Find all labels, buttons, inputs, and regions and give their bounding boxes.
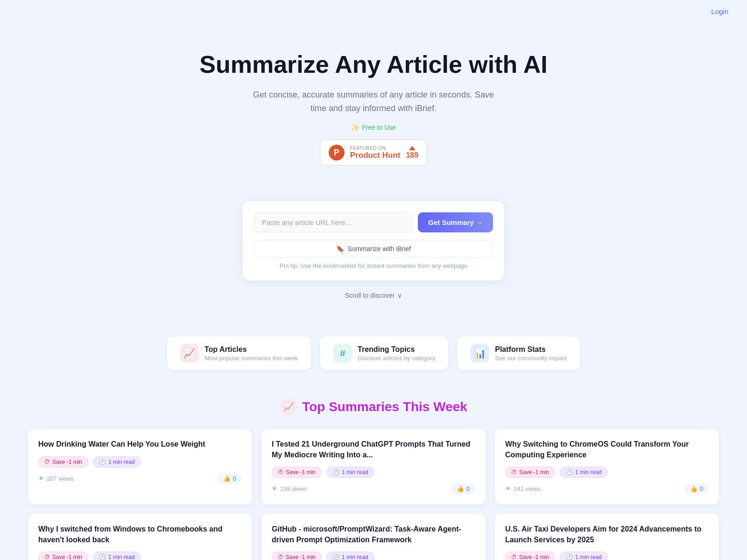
views-count: 👁 141 views bbox=[505, 485, 541, 492]
bookmark-icon: 🔖 bbox=[336, 245, 344, 252]
tab-icon-top-articles: 📈 bbox=[180, 344, 199, 363]
save-time-badge: ⏱ Save -1 min bbox=[505, 552, 555, 560]
ph-logo-icon: P bbox=[329, 145, 345, 161]
card-footer: 👁 158 views 👍 0 bbox=[272, 483, 475, 494]
search-row: Get Summary → bbox=[254, 212, 493, 232]
card-title: GitHub - microsoft/PromptWizard: Task-Aw… bbox=[272, 524, 475, 545]
navbar: Login bbox=[0, 0, 747, 23]
timer-icon: 🕐 bbox=[99, 459, 106, 465]
clock-icon: ⏱ bbox=[511, 554, 517, 560]
table-row[interactable]: How Drinking Water Can Help You Lose Wei… bbox=[28, 429, 252, 504]
like-button[interactable]: 👍 0 bbox=[684, 483, 709, 494]
search-container: Get Summary → 🔖 Summarize with iBrief Pr… bbox=[243, 201, 504, 280]
card-footer: 👁 207 views 👍 0 bbox=[38, 473, 242, 484]
like-button[interactable]: 👍 0 bbox=[218, 473, 242, 484]
hero-subtitle: Get concise, accurate summaries of any a… bbox=[252, 88, 495, 115]
nav-tab-platform-stats[interactable]: 📊 Platform Stats See our community impac… bbox=[458, 336, 580, 370]
card-title: Why Switching to ChromeOS Could Transfor… bbox=[505, 439, 709, 460]
save-time-badge: ⏱ Save -1 min bbox=[38, 552, 88, 560]
top-summaries-section: 📈 Top Summaries This Week How Drinking W… bbox=[0, 384, 747, 560]
clock-icon: ⏱ bbox=[44, 459, 50, 465]
save-time-badge: ⏱ Save -1 min bbox=[38, 456, 88, 468]
card-title: How Drinking Water Can Help You Lose Wei… bbox=[38, 439, 242, 449]
card-meta: ⏱ Save -1 min 🕐 1 min read bbox=[272, 552, 475, 560]
bookmarklet-button[interactable]: 🔖 Summarize with iBrief bbox=[254, 240, 493, 258]
product-hunt-badge[interactable]: P FEATURED ON Product Hunt 189 bbox=[320, 140, 427, 166]
tab-title-top-articles: Top Articles bbox=[204, 345, 298, 354]
trending-icon: 📈 bbox=[280, 398, 297, 416]
table-row[interactable]: Why Switching to ChromeOS Could Transfor… bbox=[495, 429, 719, 504]
table-row[interactable]: Why I switched from Windows to Chromeboo… bbox=[28, 514, 252, 560]
nav-tabs: 📈 Top Articles Most popular summaries th… bbox=[0, 332, 747, 384]
eye-icon: 👁 bbox=[38, 475, 44, 482]
ph-text: FEATURED ON Product Hunt bbox=[350, 146, 401, 160]
read-time-badge: 🕐 1 min read bbox=[93, 456, 141, 468]
save-time-badge: ⏱ Save -1 min bbox=[272, 467, 322, 478]
free-badge: ✨ Free to Use bbox=[351, 124, 396, 131]
cards-grid: How Drinking Water Can Help You Lose Wei… bbox=[28, 429, 719, 560]
table-row[interactable]: GitHub - microsoft/PromptWizard: Task-Aw… bbox=[261, 514, 486, 560]
clock-icon: ⏱ bbox=[278, 469, 283, 476]
card-meta: ⏱ Save -1 min 🕐 1 min read bbox=[38, 456, 242, 468]
get-summary-button[interactable]: Get Summary → bbox=[418, 212, 493, 232]
tab-subtitle-trending-topics: Discover articles by category bbox=[358, 355, 435, 362]
eye-icon: 👁 bbox=[505, 485, 511, 492]
timer-icon: 🕐 bbox=[332, 554, 339, 560]
clock-icon: ⏱ bbox=[511, 469, 517, 476]
nav-tab-trending-topics[interactable]: # Trending Topics Discover articles by c… bbox=[320, 336, 448, 370]
read-time-badge: 🕐 1 min read bbox=[326, 552, 374, 560]
read-time-badge: 🕐 1 min read bbox=[560, 467, 608, 478]
tab-title-trending-topics: Trending Topics bbox=[358, 345, 435, 354]
tab-icon-trending-topics: # bbox=[333, 344, 352, 363]
thumbs-up-icon: 👍 bbox=[223, 475, 231, 482]
hero-section: Summarize Any Article with AI Get concis… bbox=[0, 23, 747, 332]
thumbs-up-icon: 👍 bbox=[457, 485, 464, 492]
tab-subtitle-platform-stats: See our community impact bbox=[495, 355, 567, 362]
card-title: U.S. Air Taxi Developers Aim for 2024 Ad… bbox=[505, 524, 709, 545]
timer-icon: 🕐 bbox=[99, 554, 106, 560]
section-heading: 📈 Top Summaries This Week bbox=[28, 398, 719, 416]
card-meta: ⏱ Save -1 min 🕐 1 min read bbox=[38, 552, 242, 560]
sparkle-icon: ✨ bbox=[351, 124, 359, 131]
url-input[interactable] bbox=[254, 212, 413, 232]
like-button[interactable]: 👍 0 bbox=[451, 483, 475, 494]
views-count: 👁 158 views bbox=[272, 485, 307, 492]
clock-icon: ⏱ bbox=[44, 554, 50, 560]
thumbs-up-icon: 👍 bbox=[690, 485, 698, 492]
card-footer: 👁 141 views 👍 0 bbox=[505, 483, 709, 494]
save-time-badge: ⏱ Save -1 min bbox=[272, 552, 322, 560]
read-time-badge: 🕐 1 min read bbox=[326, 467, 374, 478]
card-meta: ⏱ Save -1 min 🕐 1 min read bbox=[505, 467, 709, 478]
tab-subtitle-top-articles: Most popular summaries this week bbox=[204, 355, 298, 362]
tab-title-platform-stats: Platform Stats bbox=[495, 345, 567, 354]
card-title: I Tested 21 Underground ChatGPT Prompts … bbox=[272, 439, 475, 460]
ph-votes: 189 bbox=[406, 146, 418, 160]
chevron-down-icon: ∨ bbox=[397, 292, 402, 299]
read-time-badge: 🕐 1 min read bbox=[560, 552, 608, 560]
timer-icon: 🕐 bbox=[566, 469, 573, 476]
views-count: 👁 207 views bbox=[38, 475, 74, 482]
card-meta: ⏱ Save -1 min 🕐 1 min read bbox=[505, 552, 709, 560]
timer-icon: 🕐 bbox=[566, 554, 573, 560]
clock-icon: ⏱ bbox=[278, 554, 283, 560]
table-row[interactable]: I Tested 21 Underground ChatGPT Prompts … bbox=[261, 429, 486, 504]
card-title: Why I switched from Windows to Chromeboo… bbox=[38, 524, 242, 545]
nav-tab-top-articles[interactable]: 📈 Top Articles Most popular summaries th… bbox=[167, 336, 311, 370]
save-time-badge: ⏱ Save -1 min bbox=[505, 467, 555, 478]
scroll-discover: Scroll to discover ∨ bbox=[9, 292, 738, 299]
tab-icon-platform-stats: 📊 bbox=[471, 344, 489, 363]
eye-icon: 👁 bbox=[272, 485, 278, 492]
login-link[interactable]: Login bbox=[711, 7, 728, 15]
timer-icon: 🕐 bbox=[332, 469, 339, 476]
pro-tip-text: Pro tip: Use the bookmarklet for instant… bbox=[254, 262, 493, 269]
hero-title: Summarize Any Article with AI bbox=[9, 51, 738, 79]
table-row[interactable]: U.S. Air Taxi Developers Aim for 2024 Ad… bbox=[495, 514, 719, 560]
upvote-triangle-icon bbox=[409, 146, 416, 150]
read-time-badge: 🕐 1 min read bbox=[93, 552, 141, 560]
card-meta: ⏱ Save -1 min 🕐 1 min read bbox=[272, 467, 475, 478]
